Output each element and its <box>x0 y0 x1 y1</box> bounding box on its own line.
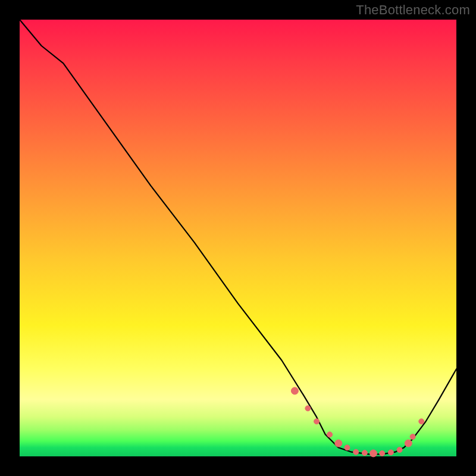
marker-dot <box>388 450 393 455</box>
marker-dot <box>291 387 298 394</box>
marker-dot <box>370 450 377 457</box>
marker-dot <box>380 450 385 456</box>
marker-dot <box>345 445 350 450</box>
marker-dot <box>305 406 311 411</box>
marker-dot <box>405 440 412 447</box>
marker-dot <box>419 419 424 424</box>
marker-dot <box>353 449 359 455</box>
chart-frame: TheBottleneck.com <box>0 0 476 476</box>
marker-group <box>291 387 424 457</box>
marker-dot <box>362 450 367 456</box>
chart-svg <box>20 20 456 456</box>
marker-dot <box>397 447 402 453</box>
marker-dot <box>335 440 342 447</box>
bottleneck-curve <box>20 20 456 454</box>
watermark-text: TheBottleneck.com <box>356 2 470 18</box>
marker-dot <box>314 419 320 424</box>
marker-dot <box>410 434 415 440</box>
marker-dot <box>327 432 333 437</box>
plot-area <box>20 20 456 456</box>
